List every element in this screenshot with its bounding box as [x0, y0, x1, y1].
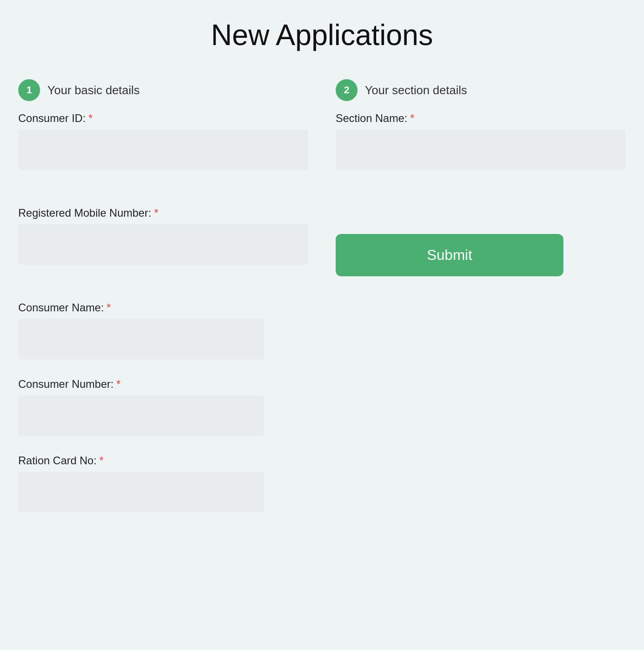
consumer-name-input[interactable] — [18, 319, 264, 360]
consumer-id-label: Consumer ID: * — [18, 112, 308, 125]
section-name-field-group: Section Name: * — [336, 112, 626, 170]
page-title: New Applications — [0, 0, 644, 79]
section-name-label: Section Name: * — [336, 112, 626, 125]
consumer-number-required: * — [116, 378, 120, 391]
consumer-number-section: Consumer Number: * — [18, 378, 626, 436]
consumer-number-input[interactable] — [18, 395, 264, 436]
mobile-row: Registered Mobile Number: * Submit — [18, 207, 626, 283]
basic-section-title: Your basic details — [47, 83, 140, 97]
ration-card-field-group: Ration Card No: * — [18, 454, 626, 513]
consumer-number-field-group: Consumer Number: * — [18, 378, 626, 436]
top-row: 1 Your basic details Consumer ID: * 2 Yo… — [18, 79, 626, 188]
ration-card-required: * — [99, 454, 103, 467]
right-column: 2 Your section details Section Name: * — [336, 79, 626, 188]
mobile-field-group: Registered Mobile Number: * — [18, 207, 308, 265]
submit-button[interactable]: Submit — [336, 234, 563, 276]
ration-card-input[interactable] — [18, 472, 264, 513]
consumer-id-field-group: Consumer ID: * — [18, 112, 308, 170]
consumer-name-field-group: Consumer Name: * — [18, 301, 626, 360]
basic-section-header: 1 Your basic details — [18, 79, 308, 101]
ration-card-section: Ration Card No: * — [18, 454, 626, 513]
consumer-name-label: Consumer Name: * — [18, 301, 626, 314]
section-details-header: 2 Your section details — [336, 79, 626, 101]
section-details-title: Your section details — [365, 83, 467, 97]
section-name-required: * — [410, 112, 414, 125]
submit-area: Submit — [336, 207, 626, 283]
mobile-left: Registered Mobile Number: * — [18, 207, 308, 283]
left-column: 1 Your basic details Consumer ID: * — [18, 79, 308, 188]
step-1-badge: 1 — [18, 79, 40, 101]
consumer-id-input[interactable] — [18, 129, 308, 170]
section-name-input[interactable] — [336, 129, 626, 170]
mobile-input[interactable] — [18, 224, 308, 265]
consumer-number-label: Consumer Number: * — [18, 378, 626, 391]
step-2-badge: 2 — [336, 79, 358, 101]
mobile-label: Registered Mobile Number: * — [18, 207, 308, 219]
form-container: 1 Your basic details Consumer ID: * 2 Yo… — [0, 79, 644, 513]
consumer-name-required: * — [107, 301, 111, 314]
consumer-id-required: * — [88, 112, 92, 125]
ration-card-label: Ration Card No: * — [18, 454, 626, 467]
mobile-required: * — [154, 207, 158, 219]
consumer-name-section: Consumer Name: * — [18, 301, 626, 360]
